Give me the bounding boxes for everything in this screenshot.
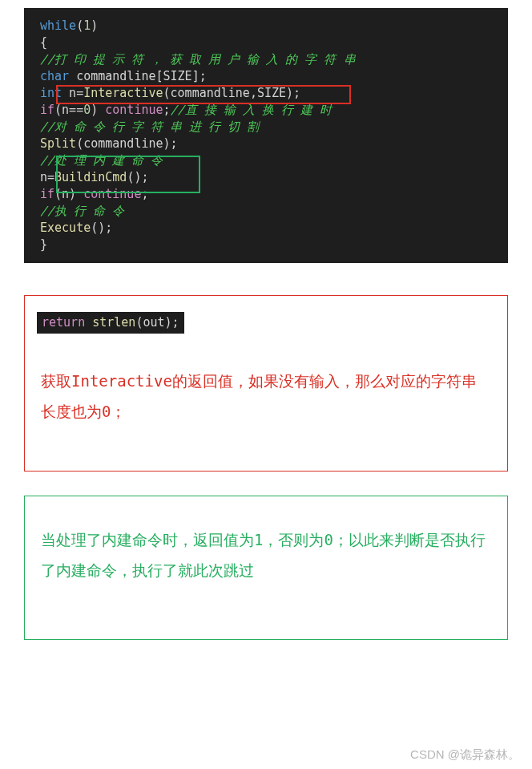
code-line: if(n==0) continue;//直 接 输 入 换 行 建 时 xyxy=(40,102,492,119)
code-comment: //打 印 提 示 符 ， 获 取 用 户 输 入 的 字 符 串 xyxy=(40,51,492,68)
code-comment: //执 行 命 令 xyxy=(40,203,492,220)
code-comment: //直 接 输 入 换 行 建 时 xyxy=(171,103,332,117)
note-green-box: 当处理了内建命令时，返回值为1，否则为0；以此来判断是否执行了内建命令，执行了就… xyxy=(24,496,508,640)
func-interactive: Interactive xyxy=(83,86,163,100)
main-code-block: while(1) { //打 印 提 示 符 ， 获 取 用 户 输 入 的 字… xyxy=(24,8,508,263)
func-strlen: strlen xyxy=(92,315,135,330)
code-line: n=BuildinCmd(); xyxy=(40,169,492,186)
keyword-int: int xyxy=(40,86,62,100)
code-line: while(1) xyxy=(40,18,492,34)
code-line: Split(commandline); xyxy=(40,136,492,152)
keyword-return: return xyxy=(42,315,85,330)
code-comment: //对 命 令 行 字 符 串 进 行 切 割 xyxy=(40,119,492,136)
watermark-text: CSDN @诡异森林。 xyxy=(410,747,520,763)
func-buildincmd: BuildinCmd xyxy=(54,170,127,184)
keyword-if: if xyxy=(40,187,54,201)
note-red-text: 获取Interactive的返回值，如果没有输入，那么对应的字符串长度也为0； xyxy=(37,366,495,427)
keyword-while: while xyxy=(40,18,76,33)
code-line: Execute(); xyxy=(40,220,492,237)
keyword-if: if xyxy=(40,103,54,117)
func-execute: Execute xyxy=(40,221,91,235)
func-split: Split xyxy=(40,136,76,151)
code-line: char commandline[SIZE]; xyxy=(40,68,492,85)
keyword-continue: continue xyxy=(83,187,141,201)
code-comment: //处 理 内 建 命 令 xyxy=(40,152,492,169)
code-line: int n=Interactive(commandline,SIZE); xyxy=(40,85,492,102)
code-line: if(n) continue; xyxy=(40,186,492,203)
inline-code-return: return strlen(out); xyxy=(37,312,184,334)
code-line: } xyxy=(40,237,492,253)
note-red-box: return strlen(out); 获取Interactive的返回值，如果… xyxy=(24,295,508,472)
code-line: { xyxy=(40,34,492,51)
keyword-continue: continue xyxy=(105,103,163,117)
keyword-char: char xyxy=(40,69,69,83)
note-green-text: 当处理了内建命令时，返回值为1，否则为0；以此来判断是否执行了内建命令，执行了就… xyxy=(41,524,491,585)
